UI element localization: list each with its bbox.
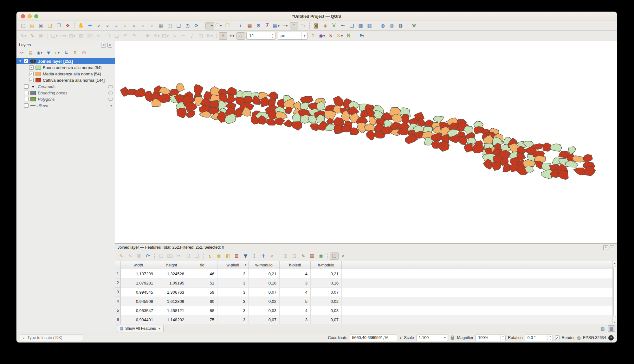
tracing-icon[interactable]: Y — [309, 32, 317, 40]
zoom-to-layer-icon[interactable]: ⌕ — [130, 22, 139, 29]
style-manager-icon[interactable]: ❖ — [63, 22, 72, 29]
table-cell[interactable]: 3 — [217, 269, 249, 278]
table-cell[interactable]: 1,148202 — [156, 315, 187, 324]
new-shapefile-layer-icon[interactable]: ◈ — [321, 22, 329, 29]
rotate-point-symbols-icon[interactable]: ↻▼ — [205, 32, 214, 40]
enable-snapping-icon[interactable]: ∩ — [219, 32, 227, 40]
table-cell[interactable]: 0,07 — [311, 288, 342, 297]
web-map-services-icon[interactable]: ◍ — [387, 22, 396, 29]
rotate-feature-icon[interactable]: ⟲▼ — [152, 32, 161, 40]
coordinate-input[interactable]: 5660,40 6369591,16 — [350, 335, 397, 341]
table-row[interactable]: 50,9535471,4581216830,0340,03 — [115, 306, 617, 315]
layer-scope-indicator-icon[interactable] — [108, 98, 113, 101]
table-cell[interactable]: 1,612809 — [156, 297, 187, 306]
legend-buona-aderenza-checkbox[interactable]: ✓ — [29, 65, 34, 70]
locate-input[interactable] — [27, 335, 80, 340]
table-cell[interactable]: 1,09195 — [156, 278, 187, 288]
table-cell[interactable]: 1,324526 — [156, 269, 187, 278]
cut-features-icon[interactable]: ✂ — [94, 32, 103, 40]
pan-to-selection-icon[interactable]: ✛ — [86, 22, 94, 29]
table-cell[interactable]: 0,21 — [311, 269, 342, 278]
filter-by-expression-icon[interactable]: ε▼ — [53, 49, 61, 56]
conditional-formatting-icon[interactable]: ≣ — [317, 252, 325, 260]
field-calculator-icon[interactable]: ▦▼ — [272, 22, 281, 29]
row-number-cell[interactable]: 2 — [115, 278, 121, 288]
pan-map-icon[interactable]: ✋ — [77, 22, 85, 29]
undo-icon[interactable]: ↶ — [121, 32, 130, 40]
expand-all-icon[interactable]: ⇊ — [62, 49, 70, 56]
table-cell[interactable]: 3 — [217, 278, 249, 288]
add-group-icon[interactable]: ▤ — [27, 49, 35, 56]
legend-media-aderenza-checkbox[interactable]: ✓ — [29, 72, 34, 76]
copy-selected-icon[interactable]: ❐ — [184, 252, 192, 260]
table-cell[interactable]: 0,21 — [249, 269, 280, 278]
table-cell[interactable]: 0,03 — [311, 306, 342, 315]
table-cell[interactable]: 0,07 — [249, 288, 280, 297]
clear-snapping-icon[interactable]: ✕ — [327, 32, 335, 40]
table-cell[interactable]: 0,03 — [249, 306, 280, 315]
filter-legend-icon[interactable]: ▼ — [44, 49, 53, 56]
show-bookmarks-icon[interactable]: ❑ — [174, 22, 183, 29]
table-cell[interactable]: 0,07 — [249, 315, 280, 324]
layer-joined-layer-checkbox[interactable]: ✓ — [24, 59, 28, 63]
column-header-w-piedi[interactable]: w-piedi▼ — [217, 261, 249, 269]
stream-digitizing-icon[interactable]: Ν — [344, 32, 353, 40]
table-cell[interactable]: 68 — [187, 306, 217, 315]
processing-options-icon[interactable]: ⚙ — [254, 22, 263, 29]
scroll-down-icon[interactable]: ▼ — [614, 321, 616, 323]
layer-centroids-checkbox[interactable] — [24, 84, 29, 89]
toggle-editing-icon[interactable]: ✎ — [28, 32, 36, 40]
offset-curve-icon[interactable]: ∿ — [170, 32, 178, 40]
crs-globe-icon[interactable]: ◍ — [577, 335, 581, 340]
layer-scope-indicator-icon[interactable] — [108, 85, 113, 88]
table-view-button[interactable]: ▦ — [608, 325, 615, 332]
identify-features-icon[interactable]: ℹ — [236, 22, 245, 29]
rotation-input[interactable]: 0,0 ° ▲▼ — [525, 335, 553, 341]
layer-filter-indicator-icon[interactable]: ▼ — [110, 104, 113, 107]
paste-features-icon[interactable]: ❏ — [112, 32, 121, 40]
table-cell[interactable]: 0,994545 — [121, 288, 156, 297]
digitize-with-segment-icon[interactable]: ❏▼ — [50, 32, 59, 40]
select-by-value-icon[interactable]: ❒▼ — [214, 22, 223, 29]
toggle-editing-mode-icon[interactable]: ✎ — [117, 252, 126, 260]
layer-polygons-checkbox[interactable] — [24, 97, 29, 101]
delete-selected-features-icon[interactable]: ⌦ — [166, 252, 174, 260]
layer-centroids[interactable]: Centroids — [16, 83, 115, 90]
table-cell[interactable]: 0,994491 — [121, 315, 156, 324]
zoom-last-icon[interactable]: ⌕ — [139, 22, 147, 29]
table-cell[interactable]: 1,079281 — [121, 278, 156, 288]
save-layer-edits-icon[interactable]: ▣ — [37, 32, 45, 40]
table-cell[interactable]: 0,02 — [249, 297, 280, 306]
lock-scale-icon[interactable] — [451, 337, 454, 340]
paste-features-table-icon[interactable]: ❏ — [192, 252, 201, 260]
table-row[interactable]: 60,9944911,1482027530,0730,07 — [115, 315, 617, 324]
move-feature-icon[interactable]: ✥ — [143, 32, 152, 40]
split-features-icon[interactable]: ∕ — [188, 32, 196, 40]
open-project-icon[interactable]: ▤ — [28, 22, 36, 29]
dock-attribute-table-icon[interactable]: ❐ — [330, 252, 339, 260]
map-canvas[interactable] — [115, 41, 617, 243]
filter-form-icon[interactable]: ▼ — [241, 252, 250, 260]
spinner-arrows-icon[interactable]: ▲▼ — [270, 32, 275, 39]
table-cell[interactable]: 5 — [280, 297, 311, 306]
scale-feature-icon[interactable]: ◱▼ — [161, 32, 170, 40]
delete-selected-icon[interactable]: ⌦ — [86, 32, 94, 40]
layer-scope-indicator-icon[interactable] — [108, 92, 113, 94]
select-by-expression-icon[interactable]: ε — [206, 252, 214, 260]
table-row[interactable]: 21,0792811,091955130,1630,16 — [115, 278, 617, 288]
table-cell[interactable]: 51 — [187, 278, 217, 288]
python-console-icon[interactable]: Py — [358, 32, 366, 40]
invert-selection-icon[interactable]: ◧ — [223, 252, 232, 260]
zoom-to-selection-icon[interactable]: ⌕ — [121, 22, 130, 29]
table-cell[interactable]: 3 — [280, 278, 311, 288]
column-header-h-modulo[interactable]: h-modulo — [311, 261, 342, 269]
snapping-units[interactable]: px▾ — [278, 32, 307, 40]
select-all-icon[interactable]: ≣ — [215, 252, 223, 260]
scrollbar-thumb[interactable] — [613, 266, 616, 317]
table-cell[interactable]: 4 — [280, 306, 311, 315]
table-cell[interactable]: 4 — [280, 269, 311, 278]
layer-bounding-boxes[interactable]: Bounding boxes — [16, 90, 115, 96]
render-checkbox[interactable]: ✓ — [555, 335, 560, 340]
save-edits-icon[interactable]: ▣ — [135, 252, 143, 260]
table-row[interactable]: 11,1372991,3245264630,2140,21 — [115, 269, 617, 278]
